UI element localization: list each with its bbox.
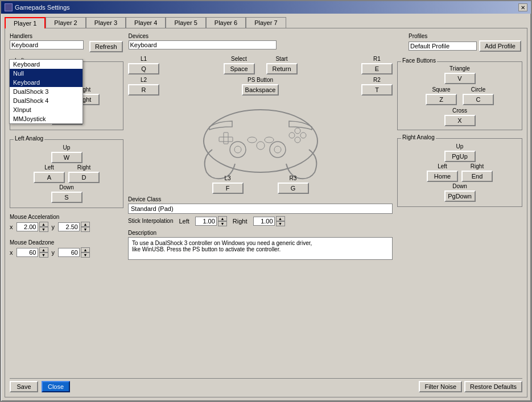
devices-label: Devices (129, 33, 403, 39)
tab-player6[interactable]: Player 6 (206, 17, 246, 28)
left-analog-left-button[interactable]: A (34, 172, 65, 183)
l1-button[interactable]: Q (128, 63, 159, 74)
mouse-acceleration-label: Mouse Acceleration (10, 214, 123, 220)
tab-player7[interactable]: Player 7 (246, 17, 286, 28)
l1-area: L1 Q (128, 56, 159, 74)
r-triggers: R1 E R2 T (361, 56, 393, 96)
stick-interp-left-input[interactable] (195, 217, 217, 226)
dropdown-item-keyboard[interactable]: Keyboard (10, 60, 83, 69)
ps-button-row: PS Button Backspace (242, 77, 279, 96)
face-buttons-section: Face Buttons Triangle V Square Z (397, 61, 522, 130)
top-row: Handlers Keyboard Null DualShock 3 DualS… (10, 33, 522, 52)
save-button[interactable]: Save (10, 381, 38, 392)
right-analog-right-button[interactable]: End (461, 171, 493, 182)
svg-point-13 (257, 142, 265, 150)
stick-interp-right-label: Right (233, 218, 248, 225)
r3-button[interactable]: G (278, 183, 309, 194)
controller-area (195, 96, 326, 181)
left-analog-lr-row: Left A Right D (15, 164, 118, 183)
mouse-accel-x-up[interactable]: ▲ (39, 222, 48, 227)
right-analog-lr-row: Left Home Right End (402, 163, 517, 182)
mouse-deadzone-section: Mouse Deadzone x ▲ ▼ y (10, 239, 123, 259)
restore-defaults-button[interactable]: Restore Defaults (464, 381, 522, 392)
svg-point-9 (300, 132, 306, 138)
stick-interp-left-up[interactable]: ▲ (218, 216, 227, 221)
mouse-accel-y-input[interactable] (58, 222, 80, 231)
handlers-dropdown[interactable]: Keyboard Null DualShock 3 DualShock 4 XI… (10, 40, 84, 49)
mouse-dz-x-spinner-buttons: ▲ ▼ (39, 247, 48, 258)
tab-player5[interactable]: Player 5 (166, 17, 205, 28)
circle-button[interactable]: C (463, 94, 494, 105)
mouse-accel-x-input[interactable] (17, 222, 38, 231)
mouse-dz-x-up[interactable]: ▲ (39, 247, 48, 252)
l2-button[interactable]: R (128, 84, 159, 96)
devices-dropdown[interactable]: Keyboard (129, 40, 277, 49)
square-circle-row: Square Z Circle C (402, 86, 517, 105)
refresh-button[interactable]: Refresh (89, 41, 123, 52)
left-analog-left-label: Left (44, 164, 54, 171)
mouse-dz-x-down[interactable]: ▼ (39, 252, 48, 258)
right-analog-up-button[interactable]: PgUp (444, 151, 476, 162)
stick-interp-right-up[interactable]: ▲ (276, 216, 285, 221)
tab-player1[interactable]: Player 1 (5, 17, 46, 28)
mouse-dz-y-spinner-buttons: ▲ ▼ (81, 247, 90, 258)
dropdown-item-dualshock3[interactable]: DualShock 3 (10, 87, 83, 96)
stick-interp-right-down[interactable]: ▼ (276, 221, 285, 226)
filter-noise-button[interactable]: Filter Noise (419, 381, 462, 392)
r1-label: R1 (373, 56, 381, 62)
mouse-dz-y-up[interactable]: ▲ (81, 247, 90, 252)
mouse-dz-x-input[interactable] (17, 248, 38, 257)
add-profile-button[interactable]: Add Profile (479, 40, 521, 52)
stick-interp-left-down[interactable]: ▼ (218, 221, 227, 226)
stick-interp-right-buttons: ▲ ▼ (276, 216, 285, 226)
mouse-accel-y-down[interactable]: ▼ (81, 227, 90, 232)
mouse-accel-x-spinner-buttons: ▲ ▼ (39, 222, 48, 232)
l3-button[interactable]: F (212, 183, 244, 194)
stick-interp-right-input[interactable] (253, 217, 275, 226)
close-button[interactable]: Close (42, 381, 70, 392)
window-title: Gamepads Settings (15, 4, 70, 11)
mouse-dz-y-down[interactable]: ▼ (81, 252, 90, 258)
mouse-accel-y-label: y (52, 223, 55, 230)
mouse-dz-y-input[interactable] (58, 248, 80, 257)
description-container: Description To use a DualShock 3 control… (128, 230, 393, 260)
left-analog-right-group: Right D (68, 164, 100, 183)
mouse-dz-y-label: y (52, 249, 55, 256)
mouse-accel-y-up[interactable]: ▲ (81, 222, 90, 227)
r2-area: R2 T (361, 77, 393, 96)
select-button[interactable]: Space (224, 63, 255, 74)
left-analog-right-button[interactable]: D (68, 172, 100, 183)
close-window-button[interactable]: ✕ (518, 3, 527, 11)
tab-player3[interactable]: Player 3 (86, 17, 126, 28)
cross-button[interactable]: X (444, 115, 476, 126)
dropdown-item-null[interactable]: Null (10, 69, 83, 78)
dropdown-item-keyboard2[interactable]: Keyboard (10, 78, 83, 87)
mouse-accel-x-down[interactable]: ▼ (39, 227, 48, 232)
tab-player2[interactable]: Player 2 (46, 17, 85, 28)
mouse-accel-y-spinner-buttons: ▲ ▼ (81, 222, 90, 232)
handlers-dropdown-overlay: Keyboard Null Keyboard DualShock 3 DualS… (9, 59, 83, 124)
dropdown-item-dualshock4[interactable]: DualShock 4 (10, 96, 83, 105)
r2-button[interactable]: T (361, 84, 393, 96)
right-analog-label: Right Analog (401, 134, 436, 140)
left-analog-up-button[interactable]: W (51, 152, 83, 163)
device-class-dropdown[interactable]: Standard (Pad) Guitar Drums (128, 204, 393, 214)
ps-button[interactable]: Backspace (242, 84, 279, 96)
r2-label: R2 (373, 77, 381, 83)
triangle-button[interactable]: V (444, 73, 476, 84)
right-analog-down-button[interactable]: PgDown (444, 190, 476, 202)
left-analog-down-button[interactable]: S (51, 192, 83, 203)
square-button[interactable]: Z (426, 94, 457, 105)
mouse-accel-x-label: x (10, 223, 13, 230)
dropdown-item-xinput[interactable]: XInput (10, 105, 83, 114)
right-analog-left-button[interactable]: Home (427, 171, 458, 182)
start-button[interactable]: Return (266, 63, 298, 74)
tab-player4[interactable]: Player 4 (126, 17, 166, 28)
title-bar-left: Gamepads Settings (5, 3, 70, 11)
left-analog-down-row: Down S (15, 184, 118, 203)
bottom-bar: Save Close Filter Noise Restore Defaults (10, 378, 522, 392)
profiles-dropdown[interactable]: Default Profile (409, 42, 477, 51)
svg-point-11 (248, 137, 257, 143)
dropdown-item-mmjoystick[interactable]: MMJoystick (10, 114, 83, 123)
r1-button[interactable]: E (361, 63, 393, 74)
